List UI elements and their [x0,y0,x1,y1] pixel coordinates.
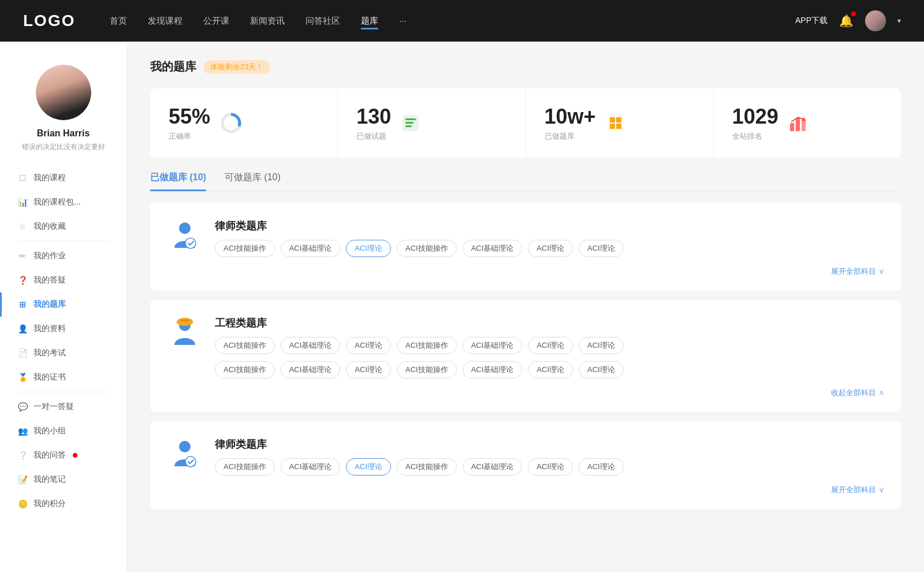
nav-item-news[interactable]: 新闻资讯 [250,16,285,27]
tag-item[interactable]: ACI技能操作 [397,240,457,257]
tag-item[interactable]: ACI基础理论 [463,458,523,476]
nav-item-qa[interactable]: 问答社区 [305,16,340,27]
stat-done-questions-label: 已做试题 [356,131,391,142]
stat-accuracy-label: 正确率 [169,131,210,142]
tag-item[interactable]: ACI技能操作 [215,337,275,354]
collapse-button[interactable]: 收起全部科目 ∧ [166,388,885,398]
bell-icon: 🔔 [839,14,854,27]
svg-rect-6 [608,115,624,131]
lawyer-icon-2 [166,435,203,472]
tag-item[interactable]: ACI理论 [346,361,391,378]
tag-item[interactable]: ACI基础理论 [281,240,341,257]
page-title: 我的题库 [150,59,196,75]
tag-item[interactable]: ACI理论 [528,361,573,378]
tag-item[interactable]: ACI技能操作 [215,458,275,476]
dropdown-arrow-icon[interactable]: ▾ [897,17,901,25]
sidebar-item-cert[interactable]: 🏅 我的证书 [0,365,126,389]
tag-item[interactable]: ACI基础理论 [281,458,341,476]
question-icon: ❓ [17,275,28,285]
sidebar-item-group[interactable]: 👥 我的小组 [0,419,126,443]
page-title-row: 我的题库 体验剩余23天！ [150,59,901,75]
tab-available-banks[interactable]: 可做题库 (10) [225,172,281,191]
notification-bell[interactable]: 🔔 [839,14,854,28]
bank-info: 律师类题库 ACI技能操作 ACI基础理论 ACI理论 ACI技能操作 ACI基… [215,435,624,476]
avatar[interactable] [865,10,886,31]
nav-item-open[interactable]: 公开课 [203,16,229,27]
tag-item-active[interactable]: ACI理论 [346,240,391,257]
svg-rect-3 [405,118,416,120]
sidebar-item-notes[interactable]: 📝 我的笔记 [0,467,126,492]
tag-item[interactable]: ACI基础理论 [281,361,341,378]
nav-item-discover[interactable]: 发现课程 [148,16,182,27]
stat-rank-value: 1029 [732,105,778,129]
stat-rank: 1029 全站排名 [714,88,901,158]
stat-accuracy: 55% 正确率 [150,88,338,158]
tag-item[interactable]: ACI理论 [528,458,573,476]
sidebar-item-qa-mine[interactable]: ❓ 我的答疑 [0,268,126,292]
bank-card-header: 工程类题库 ACI技能操作 ACI基础理论 ACI理论 ACI技能操作 ACI基… [166,314,885,378]
bank-card-engineer: 工程类题库 ACI技能操作 ACI基础理论 ACI理论 ACI技能操作 ACI基… [150,300,901,412]
bank-title: 律师类题库 [215,435,624,451]
tab-done-banks[interactable]: 已做题库 (10) [150,172,206,191]
svg-rect-20 [180,320,189,321]
sidebar-item-one-to-one[interactable]: 💬 一对一答疑 [0,395,126,419]
tags-row-1: ACI技能操作 ACI基础理论 ACI理论 ACI技能操作 ACI基础理论 AC… [215,337,624,354]
people-icon: 👤 [17,324,28,334]
tag-item[interactable]: ACI基础理论 [281,337,341,354]
nav-item-bank[interactable]: 题库 [361,16,378,27]
cert-icon: 🏅 [17,372,28,382]
sidebar-item-homework[interactable]: ✏ 我的作业 [0,244,126,268]
rank-icon [788,113,808,133]
stats-row: 55% 正确率 130 已做试题 [150,88,901,158]
accuracy-chart [219,112,243,135]
note-icon: 📝 [17,474,28,485]
svg-rect-7 [610,117,615,122]
chat-icon: 💬 [17,402,28,412]
sidebar-item-exam[interactable]: 📄 我的考试 [0,341,126,365]
nav-item-home[interactable]: 首页 [110,16,127,27]
tags-row-1: ACI技能操作 ACI基础理论 ACI理论 ACI技能操作 ACI基础理论 AC… [215,240,624,257]
app-download-button[interactable]: APP下载 [795,16,828,26]
svg-rect-4 [405,122,413,124]
tag-item[interactable]: ACI技能操作 [215,240,275,257]
sidebar-item-favorites[interactable]: ☆ 我的收藏 [0,214,126,239]
expand-button[interactable]: 展开全部科目 ∨ [166,266,885,277]
tag-item[interactable]: ACI理论 [579,458,624,476]
svg-point-15 [179,222,191,234]
tag-item[interactable]: ACI技能操作 [397,458,457,476]
bank-card-header: 律师类题库 ACI技能操作 ACI基础理论 ACI理论 ACI技能操作 ACI基… [166,217,885,257]
doc-icon: ☐ [17,173,28,183]
avatar [36,65,91,120]
tag-item[interactable]: ACI技能操作 [215,361,275,378]
tag-item[interactable]: ACI理论 [346,337,391,354]
tag-item[interactable]: ACI技能操作 [397,361,457,378]
svg-rect-12 [796,118,800,131]
stat-accuracy-value: 55% [169,105,210,129]
svg-rect-10 [616,124,621,129]
nav-item-more[interactable]: ··· [399,16,407,27]
tag-item[interactable]: ACI基础理论 [463,337,523,354]
tag-item[interactable]: ACI理论 [528,240,573,257]
stat-done-banks-value: 10w+ [545,105,596,129]
done-banks-icon [605,113,626,133]
sidebar-item-my-qa[interactable]: ❔ 我的问答 [0,443,126,467]
tag-item-active[interactable]: ACI理论 [346,458,391,476]
tag-item[interactable]: ACI理论 [579,240,624,257]
tag-item[interactable]: ACI基础理论 [463,240,523,257]
tag-item[interactable]: ACI基础理论 [463,361,523,378]
tag-item[interactable]: ACI理论 [579,337,624,354]
expand-button-2[interactable]: 展开全部科目 ∨ [166,485,885,495]
sidebar-item-bank[interactable]: ⊞ 我的题库 [0,292,126,317]
tag-item[interactable]: ACI技能操作 [397,337,457,354]
grid-icon: ⊞ [17,299,28,310]
sidebar-item-course-pack[interactable]: 📊 我的课程包... [0,190,126,214]
group-icon: 👥 [17,426,28,436]
sidebar-item-points[interactable]: 🪙 我的积分 [0,492,126,516]
tag-item[interactable]: ACI理论 [579,361,624,378]
qmark-icon: ❔ [17,450,28,460]
sidebar-item-my-course[interactable]: ☐ 我的课程 [0,166,126,190]
bank-card-lawyer-2: 律师类题库 ACI技能操作 ACI基础理论 ACI理论 ACI技能操作 ACI基… [150,421,901,509]
svg-rect-9 [610,124,615,129]
sidebar-item-material[interactable]: 👤 我的资料 [0,317,126,341]
tag-item[interactable]: ACI理论 [528,337,573,354]
